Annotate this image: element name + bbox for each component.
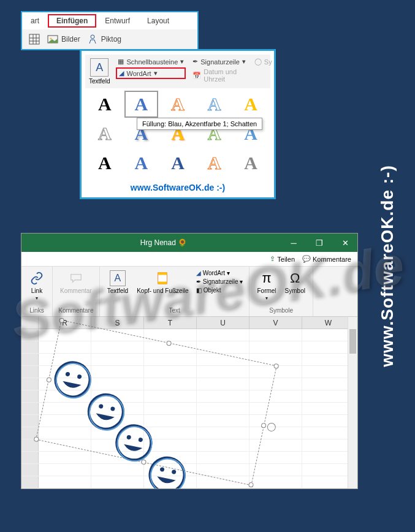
wordart-style-12[interactable]: A	[124, 150, 159, 177]
signaturzeile-excel-button[interactable]: ✒Signaturzeile ▾	[195, 278, 245, 286]
table-icon[interactable]	[28, 33, 40, 45]
wordart-style-15[interactable]: A	[234, 150, 268, 177]
bilder-label: Bilder	[61, 35, 80, 44]
piktog-label: Piktog	[101, 35, 121, 44]
col-header-s[interactable]: S	[91, 317, 144, 329]
svg-point-19	[113, 422, 154, 463]
wordart-style-2[interactable]: A	[124, 91, 159, 118]
tab-art[interactable]: art	[22, 14, 48, 28]
textfeld-button[interactable]: A Textfeld	[88, 57, 111, 86]
col-header-u[interactable]: U	[197, 317, 249, 329]
wordart-style-3[interactable]: A	[161, 91, 195, 118]
word-ribbon-panel: art Einfügen Entwurf Layout Bilder Pikto…	[21, 11, 199, 50]
vertical-scrollbar[interactable]	[348, 317, 357, 488]
wordart-dropdown-panel: A Textfeld ▦ Schnellbausteine ▾ ◢ WordAr…	[80, 49, 276, 199]
excel-spreadsheet[interactable]: R S T U V W	[21, 317, 357, 488]
scroll-thumb[interactable]	[349, 329, 356, 354]
wordart-icon: ◢	[119, 69, 124, 77]
textfeld-excel-button[interactable]: A Textfeld	[105, 269, 131, 295]
link-icon	[29, 270, 45, 286]
comment-icon: 💬	[302, 255, 311, 263]
kommentare-group-label: Kommentare	[58, 306, 93, 314]
text-group-label: Text	[169, 306, 180, 314]
picture-icon	[47, 33, 59, 45]
sy-button: ◯ Sy	[253, 57, 274, 66]
wordart-style-11[interactable]: A	[88, 150, 122, 177]
tab-entwurf[interactable]: Entwurf	[96, 14, 139, 28]
svg-rect-9	[158, 273, 167, 275]
links-group-label: Links	[29, 306, 44, 314]
link-button[interactable]: Link ▾	[26, 269, 47, 302]
omega-icon: Ω	[287, 270, 303, 286]
kommentar-button: Kommentar	[58, 269, 94, 295]
bilder-button[interactable]: Bilder	[47, 33, 80, 45]
symbol-button[interactable]: Ω Symbol	[283, 269, 308, 295]
header-footer-icon	[154, 270, 170, 286]
wordart-style-grid: A A A A A A A A A A A A A A A	[85, 88, 270, 179]
wordart-style-5[interactable]: A	[234, 91, 268, 118]
watermark-side: www.SoftwareOK.de :-)	[378, 165, 397, 367]
piktogram-icon	[86, 33, 99, 45]
col-header-t[interactable]: T	[144, 317, 197, 329]
svg-point-18	[110, 406, 115, 411]
svg-point-17	[99, 404, 104, 409]
tab-layout[interactable]: Layout	[139, 14, 178, 28]
excel-title: Hrg Nenad 🌻	[46, 238, 281, 247]
sunflower-icon: 🌻	[178, 238, 187, 247]
kopf-fuss-button[interactable]: Kopf- und Fußzeile	[134, 269, 191, 295]
signature-small-icon: ✒	[196, 278, 201, 285]
minimize-button[interactable]: ─	[281, 234, 306, 252]
calendar-icon: 📅	[192, 72, 201, 80]
svg-point-14	[77, 374, 82, 379]
objekt-button[interactable]: ◧Objekt	[195, 286, 245, 294]
signature-icon: ✒	[192, 58, 198, 66]
wordart-style-1[interactable]: A	[88, 91, 122, 118]
share-button[interactable]: ⇪ Teilen	[270, 255, 295, 263]
svg-point-11	[52, 359, 93, 400]
wordart-style-14[interactable]: A	[197, 150, 232, 177]
share-icon: ⇪	[270, 255, 275, 263]
wordart-style-6[interactable]: A	[88, 120, 122, 147]
svg-rect-10	[158, 282, 167, 284]
col-header-v[interactable]: V	[249, 317, 302, 329]
wordart-small-icon: ◢	[196, 270, 201, 276]
col-header-r[interactable]: R	[39, 317, 91, 329]
wordart-tooltip: Füllung: Blau, Akzentfarbe 1; Schatten	[137, 118, 262, 130]
wordart-footer-link: www.SoftwareOK.de :-)	[85, 179, 270, 194]
pi-icon: π	[259, 270, 275, 286]
symbole-group-label: Symbole	[269, 306, 293, 314]
signaturzeile-button[interactable]: ✒ Signaturzeile ▾	[191, 57, 248, 66]
close-button[interactable]: ✕	[333, 234, 357, 252]
svg-rect-0	[29, 34, 39, 44]
excel-ribbon: Link ▾ Links Kommentar Kommentare A Text…	[21, 267, 357, 317]
wordart-button[interactable]: ◢ WordArt ▾	[116, 67, 186, 79]
piktog-button[interactable]: Piktog	[86, 33, 121, 45]
object-icon: ◧	[196, 287, 202, 294]
building-blocks-icon: ▦	[118, 58, 124, 66]
svg-point-22	[138, 437, 143, 442]
svg-point-21	[126, 435, 131, 439]
datum-button: 📅 Datum und Uhrzeit	[191, 67, 248, 83]
formel-button[interactable]: π Formel ▾	[254, 269, 278, 302]
svg-point-6	[50, 38, 52, 40]
textfeld-icon: A	[90, 58, 109, 77]
tab-einfuegen[interactable]: Einfügen	[48, 14, 96, 28]
schnellbausteine-button[interactable]: ▦ Schnellbausteine ▾	[116, 57, 186, 66]
comments-button[interactable]: 💬 Kommentare	[302, 255, 351, 263]
textbox-icon: A	[110, 270, 126, 286]
restore-button[interactable]: ❐	[307, 234, 332, 252]
excel-titlebar: Hrg Nenad 🌻 ─ ❐ ✕	[21, 234, 357, 252]
wordart-excel-button[interactable]: ◢WordArt ▾	[195, 269, 245, 277]
svg-point-13	[65, 371, 70, 376]
circle-icon: ◯	[254, 58, 262, 66]
textfeld-label: Textfeld	[89, 78, 110, 85]
excel-window: Hrg Nenad 🌻 ─ ❐ ✕ ⇪ Teilen 💬 Kommentare …	[21, 233, 358, 489]
svg-point-26	[172, 469, 177, 474]
svg-point-7	[91, 35, 94, 39]
comment-bubble-icon	[68, 270, 84, 286]
svg-point-25	[160, 467, 165, 472]
wordart-style-13[interactable]: A	[161, 150, 195, 177]
wordart-style-4[interactable]: A	[197, 91, 232, 118]
word-tabs: art Einfügen Entwurf Layout	[22, 12, 197, 29]
